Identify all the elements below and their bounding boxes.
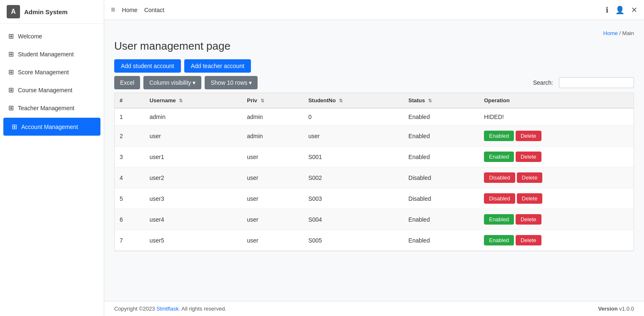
cell-studentno: S004 xyxy=(303,209,403,230)
col-studentno[interactable]: StudentNo ⇅ xyxy=(303,93,403,108)
hamburger-icon[interactable]: ≡ xyxy=(111,5,115,14)
page-title: User management page xyxy=(114,40,634,53)
content-area: Home / Main User management page Add stu… xyxy=(104,20,644,301)
cell-num: 2 xyxy=(115,126,145,147)
toggle-status-button[interactable]: Enabled xyxy=(484,235,514,245)
col-operation: Operation xyxy=(479,93,634,108)
info-icon[interactable]: ℹ xyxy=(606,5,609,15)
sidebar-nav: ⊞Welcome⊞Student Management⊞Score Manage… xyxy=(0,24,104,140)
footer: Copyright ©2023 Stmtflask. All rights re… xyxy=(104,301,644,316)
cell-priv: user xyxy=(242,188,303,209)
toggle-status-button[interactable]: Disabled xyxy=(484,172,515,183)
course-management-icon: ⊞ xyxy=(8,86,14,94)
studentno-sort-icon: ⇅ xyxy=(339,98,343,103)
table-row: 3 user1 user S001 Enabled EnabledDelete xyxy=(115,147,634,167)
toggle-status-button[interactable]: Enabled xyxy=(484,131,514,141)
excel-button[interactable]: Excel xyxy=(114,76,140,89)
sidebar-item-course-management[interactable]: ⊞Course Management xyxy=(0,81,104,99)
cell-operation: HIDED! xyxy=(479,108,634,126)
nav-home-link[interactable]: Home xyxy=(122,7,138,13)
sidebar-item-teacher-management[interactable]: ⊞Teacher Management xyxy=(0,99,104,117)
cell-studentno: S003 xyxy=(303,188,403,209)
footer-brand-link[interactable]: Stmtflask xyxy=(156,306,178,312)
cell-status: Enabled xyxy=(403,108,479,126)
cell-username: user4 xyxy=(145,209,242,230)
sidebar-item-welcome[interactable]: ⊞Welcome xyxy=(0,27,104,45)
sidebar-item-account-management[interactable]: ⊞Account Management xyxy=(3,118,100,136)
operation-hidden: HIDED! xyxy=(484,114,504,120)
sidebar-item-score-management[interactable]: ⊞Score Management xyxy=(0,63,104,81)
col-username[interactable]: Username ⇅ xyxy=(145,93,242,108)
cell-studentno: S005 xyxy=(303,230,403,251)
cell-num: 3 xyxy=(115,147,145,167)
cell-username: admin xyxy=(145,108,242,126)
cell-username: user2 xyxy=(145,167,242,188)
close-icon[interactable]: ✕ xyxy=(631,5,637,15)
add-student-button[interactable]: Add student account xyxy=(114,59,181,73)
cell-status: Disabled xyxy=(403,188,479,209)
toggle-status-button[interactable]: Disabled xyxy=(484,193,515,204)
cell-priv: user xyxy=(242,209,303,230)
delete-button[interactable]: Delete xyxy=(516,235,541,245)
toggle-status-button[interactable]: Enabled xyxy=(484,214,514,225)
footer-copyright: Copyright ©2023 Stmtflask. All rights re… xyxy=(114,306,226,312)
add-teacher-button[interactable]: Add teacher account xyxy=(184,59,251,73)
cell-studentno: user xyxy=(303,126,403,147)
app-logo: A xyxy=(7,5,20,18)
welcome-icon: ⊞ xyxy=(8,32,14,40)
footer-copyright-text: Copyright ©2023 xyxy=(114,306,156,312)
search-input[interactable] xyxy=(559,77,634,88)
account-management-icon: ⊞ xyxy=(12,123,17,131)
cell-operation: EnabledDelete xyxy=(479,126,634,147)
priv-sort-icon: ⇅ xyxy=(261,98,264,103)
delete-button[interactable]: Delete xyxy=(517,172,543,183)
table-toolbar: Excel Column visibility ▾ Show 10 rows ▾… xyxy=(114,76,634,89)
cell-num: 4 xyxy=(115,167,145,188)
sidebar-header: A Admin System xyxy=(0,0,104,24)
cell-num: 6 xyxy=(115,209,145,230)
cell-priv: user xyxy=(242,167,303,188)
footer-version: Version v1.0.0 xyxy=(598,306,634,312)
delete-button[interactable]: Delete xyxy=(516,214,541,225)
user-table: # Username ⇅ Priv ⇅ StudentNo ⇅ Status ⇅… xyxy=(114,93,634,251)
delete-button[interactable]: Delete xyxy=(517,193,543,204)
col-priv[interactable]: Priv ⇅ xyxy=(242,93,303,108)
table-row: 4 user2 user S002 Disabled DisabledDelet… xyxy=(115,167,634,188)
toggle-status-button[interactable]: Enabled xyxy=(484,152,514,162)
cell-username: user1 xyxy=(145,147,242,167)
username-sort-icon: ⇅ xyxy=(179,98,183,103)
breadcrumb-home[interactable]: Home xyxy=(603,30,618,36)
column-visibility-button[interactable]: Column visibility ▾ xyxy=(143,76,201,89)
delete-button[interactable]: Delete xyxy=(516,152,541,162)
col-num: # xyxy=(115,93,145,108)
sidebar-item-student-management[interactable]: ⊞Student Management xyxy=(0,45,104,63)
table-row: 6 user4 user S004 Enabled EnabledDelete xyxy=(115,209,634,230)
table-row: 1 admin admin 0 Enabled HIDED! xyxy=(115,108,634,126)
breadcrumb: Home / Main xyxy=(114,30,634,36)
delete-button[interactable]: Delete xyxy=(516,131,541,141)
show-rows-arrow-icon: ▾ xyxy=(249,79,252,86)
cell-operation: DisabledDelete xyxy=(479,167,634,188)
sidebar-label-teacher-management: Teacher Management xyxy=(18,105,74,111)
sidebar: A Admin System ⊞Welcome⊞Student Manageme… xyxy=(0,0,104,316)
cell-status: Enabled xyxy=(403,126,479,147)
col-status[interactable]: Status ⇅ xyxy=(403,93,479,108)
cell-username: user xyxy=(145,126,242,147)
user-icon[interactable]: 👤 xyxy=(615,5,624,15)
sidebar-label-welcome: Welcome xyxy=(18,33,42,40)
sidebar-label-student-management: Student Management xyxy=(18,51,74,58)
toolbar-buttons: Add student account Add teacher account xyxy=(114,59,634,73)
breadcrumb-current: Main xyxy=(622,30,634,36)
app-title: Admin System xyxy=(24,8,68,15)
show-rows-button[interactable]: Show 10 rows ▾ xyxy=(205,76,258,89)
top-nav-right: ℹ 👤 ✕ xyxy=(606,5,637,15)
cell-operation: EnabledDelete xyxy=(479,230,634,251)
score-management-icon: ⊞ xyxy=(8,68,14,76)
cell-status: Disabled xyxy=(403,167,479,188)
cell-num: 1 xyxy=(115,108,145,126)
column-visibility-arrow-icon: ▾ xyxy=(193,79,195,86)
nav-contact-link[interactable]: Contact xyxy=(144,7,164,13)
cell-operation: DisabledDelete xyxy=(479,188,634,209)
table-row: 7 user5 user S005 Enabled EnabledDelete xyxy=(115,230,634,251)
cell-status: Enabled xyxy=(403,147,479,167)
